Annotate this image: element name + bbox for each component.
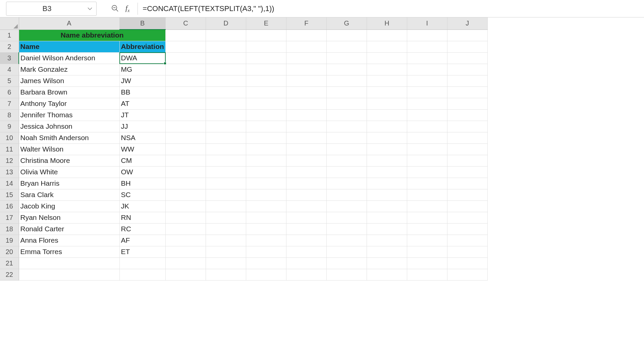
cell-B18[interactable]: RC [119,223,165,235]
cell-A3[interactable]: Daniel Wilson Anderson [19,52,119,64]
cell-E19[interactable] [246,235,286,246]
cell-E5[interactable] [246,75,286,86]
row-header-11[interactable]: 11 [0,143,19,155]
cell-E6[interactable] [246,86,286,98]
row-header-15[interactable]: 15 [0,189,19,200]
cell-J12[interactable] [447,155,487,166]
row-header-8[interactable]: 8 [0,109,19,121]
cell-B14[interactable]: BH [119,178,165,189]
cell-A10[interactable]: Noah Smith Anderson [19,132,119,143]
cell-G3[interactable] [326,52,367,64]
cell-J4[interactable] [447,64,487,75]
spreadsheet-grid[interactable]: ABCDEFGHIJ1Name abbreviation2NameAbbrevi… [0,17,644,281]
cell-F16[interactable] [286,200,326,212]
cell-D9[interactable] [206,121,246,132]
cell-D22[interactable] [206,269,246,280]
cell-H6[interactable] [367,86,407,98]
cell-B13[interactable]: OW [119,166,165,178]
row-header-3[interactable]: 3 [0,52,19,64]
cell-G8[interactable] [326,109,367,121]
cell-C5[interactable] [165,75,206,86]
title-cell[interactable]: Name abbreviation [19,29,165,41]
cell-J22[interactable] [447,269,487,280]
name-box[interactable]: B3 [6,2,97,16]
cell-C18[interactable] [165,223,206,235]
cell-F10[interactable] [286,132,326,143]
cell-E8[interactable] [246,109,286,121]
cell-H5[interactable] [367,75,407,86]
cell-H15[interactable] [367,189,407,200]
cell-I16[interactable] [407,200,447,212]
cell-J20[interactable] [447,246,487,257]
cell-E7[interactable] [246,98,286,109]
cell-G13[interactable] [326,166,367,178]
cell-F11[interactable] [286,143,326,155]
cell-J13[interactable] [447,166,487,178]
cell-J7[interactable] [447,98,487,109]
cell-I12[interactable] [407,155,447,166]
cell-H19[interactable] [367,235,407,246]
cell-A8[interactable]: Jennifer Thomas [19,109,119,121]
cell-F7[interactable] [286,98,326,109]
cell-A18[interactable]: Ronald Carter [19,223,119,235]
cell-I19[interactable] [407,235,447,246]
cell-A13[interactable]: Olivia White [19,166,119,178]
cell-A16[interactable]: Jacob King [19,200,119,212]
cell-F14[interactable] [286,178,326,189]
cell-H11[interactable] [367,143,407,155]
cell-I21[interactable] [407,257,447,269]
cell-D15[interactable] [206,189,246,200]
cell-G5[interactable] [326,75,367,86]
cell-G16[interactable] [326,200,367,212]
cell-G21[interactable] [326,257,367,269]
cell-D12[interactable] [206,155,246,166]
cell-D11[interactable] [206,143,246,155]
row-header-21[interactable]: 21 [0,257,19,269]
cell-F12[interactable] [286,155,326,166]
cell-I10[interactable] [407,132,447,143]
cell-A21[interactable] [19,257,119,269]
cell-B16[interactable]: JK [119,200,165,212]
cell-D16[interactable] [206,200,246,212]
cell-F19[interactable] [286,235,326,246]
cell-I8[interactable] [407,109,447,121]
cell-B12[interactable]: CM [119,155,165,166]
cell-J18[interactable] [447,223,487,235]
cell-J19[interactable] [447,235,487,246]
cell-C8[interactable] [165,109,206,121]
cell-G11[interactable] [326,143,367,155]
cell-C6[interactable] [165,86,206,98]
cell-B4[interactable]: MG [119,64,165,75]
cell-I2[interactable] [407,41,447,52]
cell-H13[interactable] [367,166,407,178]
row-header-9[interactable]: 9 [0,121,19,132]
cell-B22[interactable] [119,269,165,280]
cell-E3[interactable] [246,52,286,64]
row-header-14[interactable]: 14 [0,178,19,189]
cell-F4[interactable] [286,64,326,75]
cell-E14[interactable] [246,178,286,189]
row-header-20[interactable]: 20 [0,246,19,257]
cell-G6[interactable] [326,86,367,98]
cell-C9[interactable] [165,121,206,132]
header-name[interactable]: Name [19,41,119,52]
cell-C7[interactable] [165,98,206,109]
cell-J1[interactable] [447,29,487,41]
cell-D19[interactable] [206,235,246,246]
cell-C20[interactable] [165,246,206,257]
cell-E12[interactable] [246,155,286,166]
row-header-17[interactable]: 17 [0,212,19,223]
cell-B11[interactable]: WW [119,143,165,155]
cell-C21[interactable] [165,257,206,269]
cell-I6[interactable] [407,86,447,98]
cell-D20[interactable] [206,246,246,257]
cell-D8[interactable] [206,109,246,121]
cell-E21[interactable] [246,257,286,269]
cell-A15[interactable]: Sara Clark [19,189,119,200]
cell-E18[interactable] [246,223,286,235]
row-header-1[interactable]: 1 [0,29,19,41]
cell-D5[interactable] [206,75,246,86]
col-header-D[interactable]: D [206,17,246,29]
cell-J17[interactable] [447,212,487,223]
cell-J10[interactable] [447,132,487,143]
